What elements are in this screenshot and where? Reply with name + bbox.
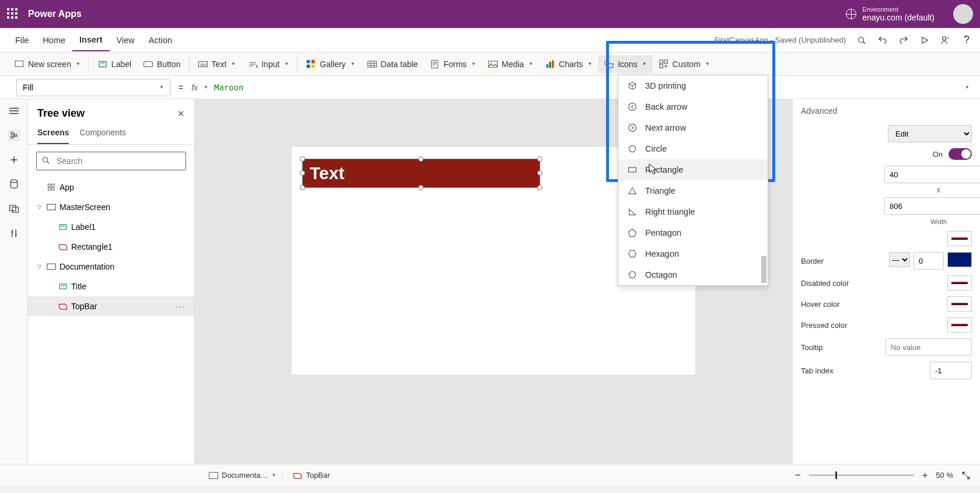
icon-item-hexagon[interactable]: Hexagon [618, 243, 768, 264]
properties-pane: Advanced Edit On X Y Width Height Border [792, 99, 980, 464]
text-dropdown[interactable]: abcText▼ [192, 55, 242, 73]
app-checker-icon[interactable] [856, 35, 867, 46]
width-input[interactable] [884, 197, 980, 215]
disabled-color-swatch[interactable] [947, 275, 972, 291]
new-screen-button[interactable]: New screen▼ [8, 55, 86, 73]
insert-rail-icon[interactable] [8, 154, 20, 166]
app-header: Power Apps Environment enayu.com (defaul… [0, 0, 980, 28]
menu-file[interactable]: File [8, 30, 36, 51]
input-dropdown[interactable]: Input▼ [242, 55, 295, 73]
forms-dropdown[interactable]: Forms▼ [424, 55, 482, 73]
hamburger-icon[interactable] [8, 105, 20, 117]
zoom-in-button[interactable]: + [922, 470, 928, 481]
tree-node-documentation[interactable]: ▽Documentation [28, 257, 194, 277]
custom-dropdown[interactable]: Custom▼ [653, 55, 716, 73]
icon-item-back-arrow[interactable]: Back arrow [618, 96, 768, 117]
resize-handle[interactable] [537, 156, 542, 162]
zoom-slider[interactable] [809, 474, 914, 476]
status-bar: Documenta… ▼ 〉 TopBar − + 50 % [0, 464, 980, 486]
icon-item-rectangle[interactable]: Rectangle [618, 159, 768, 180]
tree-tab-screens[interactable]: Screens [37, 123, 69, 144]
svg-rect-9 [307, 64, 310, 68]
tree-view-icon[interactable] [8, 130, 20, 141]
media-dropdown[interactable]: Media▼ [482, 55, 539, 73]
border-color-swatch[interactable] [947, 252, 972, 267]
charts-dropdown[interactable]: Charts▼ [539, 55, 598, 73]
menu-home[interactable]: Home [36, 30, 72, 51]
formula-input[interactable]: Maroon [214, 83, 244, 92]
tree-node-label1[interactable]: Label1 [28, 217, 194, 237]
dropdown-scrollbar[interactable] [761, 75, 766, 285]
tabindex-input[interactable] [930, 362, 972, 379]
user-avatar[interactable] [953, 4, 973, 24]
display-mode-select[interactable]: Edit [888, 125, 972, 142]
text-icon: abc [198, 59, 208, 69]
expand-formula-icon[interactable]: ▼ [965, 85, 970, 90]
tree-node-rectangle1[interactable]: Rectangle1 [28, 237, 194, 257]
menu-action[interactable]: Action [142, 30, 179, 51]
color-swatch[interactable] [947, 231, 972, 246]
button-button[interactable]: Button [137, 55, 186, 73]
tree-node-topbar[interactable]: TopBar··· [28, 296, 194, 316]
resize-handle[interactable] [418, 185, 424, 190]
menu-view[interactable]: View [110, 30, 142, 51]
icons-dropdown[interactable]: Icons▼ [598, 55, 652, 73]
icon-item-pentagon[interactable]: Pentagon [618, 222, 768, 243]
more-icon[interactable]: ··· [176, 302, 186, 311]
environment-block[interactable]: Environment enayu.com (default) [846, 4, 973, 24]
tree-node-masterscreen[interactable]: ▽MasterScreen [28, 197, 194, 217]
undo-icon[interactable] [877, 35, 888, 46]
icon-item-octagon[interactable]: Octagon [618, 264, 768, 285]
resize-handle[interactable] [300, 156, 305, 162]
breadcrumb-control[interactable]: TopBar [293, 471, 330, 480]
tree-node-app[interactable]: App [28, 177, 194, 197]
rectangle-icon [58, 242, 68, 251]
icon-item-triangle[interactable]: Triangle [618, 180, 768, 201]
close-icon[interactable]: ✕ [177, 109, 185, 119]
border-style-select[interactable]: — [889, 252, 910, 267]
help-icon[interactable]: ? [961, 35, 972, 46]
tabindex-label: Tab index [801, 366, 865, 375]
fx-icon[interactable]: fx [191, 83, 198, 92]
breadcrumb-screen[interactable]: Documenta… ▼ [209, 471, 276, 480]
icon-item-3d-printing[interactable]: 3D printing [618, 75, 768, 96]
chevron-down-icon: ▼ [271, 473, 276, 478]
property-dropdown[interactable]: Fill ▼ [16, 79, 170, 96]
zoom-out-button[interactable]: − [794, 469, 801, 481]
data-rail-icon[interactable] [8, 179, 20, 190]
icon-item-circle[interactable]: Circle [618, 138, 768, 159]
chevron-down-icon[interactable]: ▼ [204, 85, 208, 90]
triangle-icon [628, 186, 637, 195]
x-input[interactable] [884, 166, 980, 183]
tree-search-input[interactable] [36, 152, 186, 170]
border-width-input[interactable] [914, 252, 944, 270]
icon-item-next-arrow[interactable]: Next arrow [618, 117, 768, 138]
redo-icon[interactable] [898, 35, 909, 46]
label-button[interactable]: Label [92, 55, 137, 73]
hover-color-swatch[interactable] [947, 296, 972, 312]
pressed-color-swatch[interactable] [947, 317, 972, 333]
selected-rectangle[interactable]: Text [302, 159, 540, 188]
svg-rect-3 [99, 61, 106, 67]
resize-handle[interactable] [300, 170, 305, 176]
waffle-icon[interactable] [7, 8, 19, 20]
resize-handle[interactable] [300, 185, 305, 190]
resize-handle[interactable] [537, 170, 542, 176]
datatable-button[interactable]: Data table [361, 55, 424, 73]
share-icon[interactable] [940, 35, 951, 46]
media-icon [488, 59, 498, 69]
menu-insert[interactable]: Insert [72, 29, 110, 51]
resize-handle[interactable] [537, 185, 542, 190]
properties-tab-advanced[interactable]: Advanced [801, 106, 837, 119]
tooltip-input[interactable] [886, 338, 972, 356]
icon-item-right-triangle[interactable]: Right triangle [618, 201, 768, 222]
gallery-dropdown[interactable]: Gallery▼ [300, 55, 360, 73]
fit-to-window-icon[interactable] [961, 471, 971, 480]
play-icon[interactable] [919, 35, 930, 46]
tree-tab-components[interactable]: Components [79, 123, 125, 144]
tree-node-title[interactable]: Title [28, 277, 194, 296]
advanced-tools-icon[interactable] [8, 228, 20, 239]
visible-toggle[interactable] [949, 148, 972, 160]
media-rail-icon[interactable] [8, 203, 20, 215]
resize-handle[interactable] [418, 156, 424, 162]
